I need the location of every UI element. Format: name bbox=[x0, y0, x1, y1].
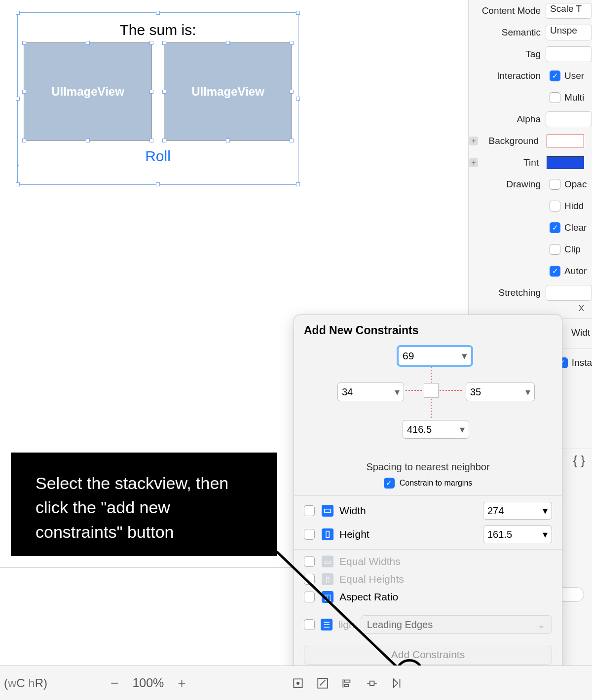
interaction-label: Interaction bbox=[469, 70, 546, 81]
add-option-button[interactable]: + bbox=[469, 137, 478, 145]
opaque-checkbox[interactable]: Opac bbox=[550, 175, 587, 194]
strut-right[interactable] bbox=[440, 390, 463, 391]
svg-rect-8 bbox=[345, 684, 349, 686]
alpha-input[interactable] bbox=[546, 111, 592, 127]
popup-title: Add New Constraints bbox=[304, 324, 552, 337]
background-color-well[interactable] bbox=[547, 135, 584, 147]
add-option-button[interactable]: + bbox=[469, 158, 478, 167]
strut-bottom[interactable] bbox=[431, 399, 432, 419]
stretching-label: Stretching bbox=[469, 287, 546, 298]
alpha-label: Alpha bbox=[469, 114, 546, 125]
height-checkbox[interactable] bbox=[304, 529, 315, 540]
align-checkbox bbox=[304, 619, 315, 630]
stretching-input[interactable] bbox=[546, 285, 592, 301]
resolve-issues-button[interactable] bbox=[389, 675, 405, 691]
width-icon bbox=[322, 505, 333, 517]
aspect-ratio-icon: ◫ bbox=[322, 591, 333, 603]
constraint-top-field[interactable]: 69▾ bbox=[397, 345, 473, 367]
equal-widths-label: Equal Widths bbox=[339, 556, 401, 567]
zoom-out-button[interactable]: − bbox=[111, 675, 118, 691]
width-row-label: Widt bbox=[571, 327, 590, 338]
svg-point-4 bbox=[297, 682, 299, 684]
width-checkbox[interactable] bbox=[304, 505, 315, 516]
tag-label: Tag bbox=[469, 49, 546, 60]
zoom-in-button[interactable]: + bbox=[178, 675, 185, 691]
content-mode-select[interactable]: Scale T bbox=[546, 3, 592, 19]
clip-checkbox[interactable]: Clip bbox=[550, 240, 581, 259]
resize-handle[interactable] bbox=[16, 11, 20, 15]
height-icon bbox=[322, 528, 333, 540]
constrain-margins-checkbox[interactable]: ✓Constrain to margins bbox=[304, 478, 552, 489]
equal-heights-icon: ▯ bbox=[322, 573, 333, 585]
semantic-label: Semantic bbox=[469, 27, 546, 38]
image-row: UIImageView UIImageView bbox=[24, 42, 292, 141]
aspect-ratio-label: Aspect Ratio bbox=[339, 591, 398, 603]
roll-button[interactable]: Roll bbox=[18, 148, 298, 165]
tint-label: Tint bbox=[481, 157, 544, 168]
constraint-right-field[interactable]: 35▾ bbox=[466, 383, 535, 401]
equal-heights-label: Equal Heights bbox=[339, 573, 404, 585]
svg-marker-12 bbox=[394, 679, 398, 687]
semantic-select[interactable]: Unspe bbox=[546, 25, 592, 40]
autoresize-checkbox[interactable]: ✓Autor bbox=[550, 262, 587, 280]
uiimageview-right[interactable]: UIImageView bbox=[164, 42, 292, 141]
size-class-indicator[interactable]: (wC hR) bbox=[4, 676, 47, 690]
annotation-callout: Select the stackview, then click the "ad… bbox=[11, 453, 277, 556]
user-interaction-checkbox[interactable]: ✓User bbox=[550, 67, 584, 85]
embed-in-button[interactable] bbox=[315, 675, 331, 691]
width-label: Width bbox=[339, 505, 366, 517]
add-constraints-button[interactable] bbox=[364, 675, 380, 691]
update-frames-button[interactable] bbox=[290, 675, 306, 691]
align-select[interactable]: Leading Edges⌄ bbox=[361, 615, 552, 634]
svg-rect-1 bbox=[326, 531, 329, 538]
callout-text: Select the stackview, then click the "ad… bbox=[36, 474, 228, 541]
height-value-field[interactable]: 161.5▾ bbox=[483, 525, 552, 543]
align-icon: ☰ bbox=[321, 619, 333, 630]
resize-handle[interactable] bbox=[156, 11, 160, 15]
equal-widths-icon: ▭ bbox=[322, 556, 333, 567]
add-constraints-button[interactable]: Add Constraints bbox=[304, 645, 552, 665]
clears-checkbox[interactable]: ✓Clear bbox=[550, 218, 587, 237]
content-mode-label: Content Mode bbox=[469, 5, 546, 16]
sum-label[interactable]: The sum is: bbox=[18, 22, 298, 38]
multitouch-checkbox[interactable]: Multi bbox=[550, 88, 584, 107]
strut-left[interactable] bbox=[406, 390, 423, 391]
aspect-ratio-checkbox[interactable] bbox=[304, 592, 315, 602]
constraint-pad: 69▾ 34▾ 35▾ 416.5▾ bbox=[304, 342, 552, 460]
resize-handle[interactable] bbox=[296, 182, 300, 186]
align-label: lign bbox=[338, 619, 355, 630]
constraint-bottom-field[interactable]: 416.5▾ bbox=[403, 420, 469, 439]
resize-handle[interactable] bbox=[296, 11, 300, 15]
svg-rect-0 bbox=[325, 509, 331, 512]
canvas-bottom-bar: (wC hR) − 100% + bbox=[0, 665, 592, 700]
strut-top[interactable] bbox=[431, 367, 432, 383]
placeholder-text: UIImageView bbox=[191, 85, 264, 99]
constraint-left-field[interactable]: 34▾ bbox=[337, 383, 404, 401]
stretching-x-label: X bbox=[469, 304, 592, 314]
svg-rect-7 bbox=[345, 680, 350, 682]
equal-heights-checkbox bbox=[304, 574, 315, 585]
svg-rect-10 bbox=[370, 681, 374, 685]
placeholder-text: UIImageView bbox=[51, 85, 124, 99]
resize-handle[interactable] bbox=[156, 182, 160, 186]
resize-handle[interactable] bbox=[296, 97, 300, 101]
align-button[interactable] bbox=[339, 675, 355, 691]
stackview-selection[interactable]: The sum is: UIImageView UIImageView Roll bbox=[17, 12, 298, 185]
height-label: Height bbox=[339, 528, 370, 540]
hidden-checkbox[interactable]: Hidd bbox=[550, 197, 584, 215]
resize-handle[interactable] bbox=[16, 97, 20, 101]
equal-widths-checkbox bbox=[304, 556, 315, 567]
background-label: Background bbox=[481, 136, 544, 146]
width-value-field[interactable]: 274▾ bbox=[483, 502, 552, 520]
braces-icon[interactable]: { } bbox=[573, 453, 585, 468]
resize-handle[interactable] bbox=[16, 182, 20, 186]
tag-input[interactable] bbox=[546, 46, 592, 62]
add-constraints-popover: Add New Constraints 69▾ 34▾ 35▾ 416.5▾ S… bbox=[294, 315, 562, 674]
drawing-label: Drawing bbox=[469, 179, 546, 190]
constraint-center-box bbox=[424, 383, 439, 398]
tint-color-well[interactable] bbox=[547, 156, 584, 169]
zoom-level[interactable]: 100% bbox=[132, 676, 164, 690]
uiimageview-left[interactable]: UIImageView bbox=[24, 42, 152, 141]
spacing-label: Spacing to nearest neighbor bbox=[304, 461, 552, 473]
